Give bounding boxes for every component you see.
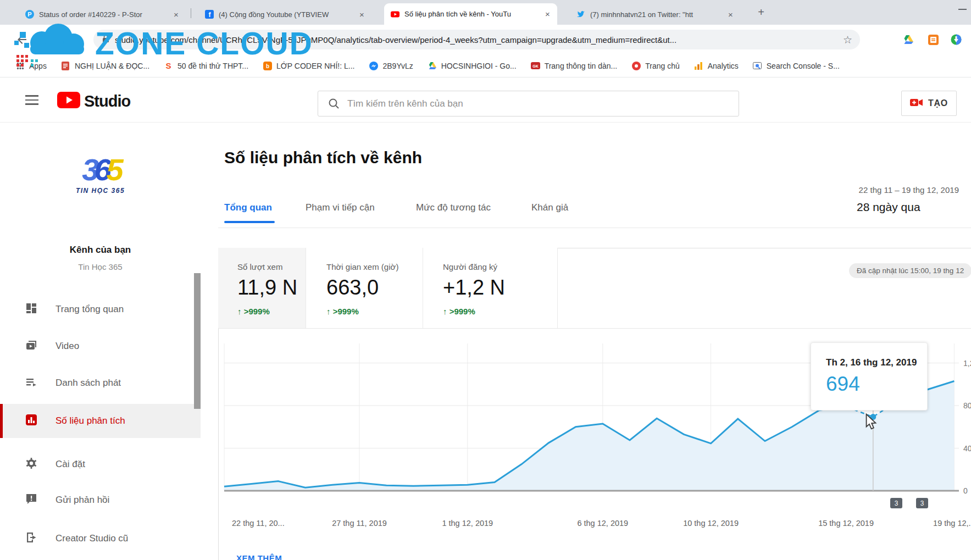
tab-title: (4) Cộng đồng Youtube (YTBVIEW <box>219 10 354 19</box>
metric-header-divider <box>218 328 971 329</box>
pstore-icon: P <box>25 10 34 19</box>
date-range: 22 thg 11 – 19 thg 12, 2019 <box>859 185 959 195</box>
sidebar-item-settings[interactable]: Cài đặt <box>0 449 201 480</box>
video-published-badge[interactable]: 3 <box>916 498 928 508</box>
bookmark-hocsinhgioi[interactable]: HOCSINHGIOI - Go... <box>428 61 517 70</box>
bookmark-label: Trang thông tin dàn... <box>545 62 618 70</box>
browser-toolbar: studio.youtube.com/channel/UCRh7CL5V-NgF… <box>0 25 971 54</box>
svg-text:10 thg 12, 2019: 10 thg 12, 2019 <box>683 519 739 528</box>
metric-value: 663,0 <box>326 276 423 300</box>
svg-text:6 thg 12, 2019: 6 thg 12, 2019 <box>577 519 628 528</box>
create-button[interactable]: TẠO <box>901 91 957 116</box>
tab-audience[interactable]: Khán giả <box>531 202 568 213</box>
back-icon[interactable] <box>15 33 29 46</box>
video-published-badge[interactable]: 3 <box>890 498 902 508</box>
search-input[interactable] <box>347 98 739 109</box>
tab-overview[interactable]: Tổng quan <box>224 202 272 213</box>
bookmark-apps[interactable]: Apps <box>15 61 47 70</box>
sidebar-item-analytics[interactable]: Số liệu phân tích <box>0 404 201 438</box>
search-icon <box>328 98 340 109</box>
close-icon[interactable]: × <box>542 9 553 19</box>
url-bar[interactable]: studio.youtube.com/channel/UCRh7CL5V-NgF… <box>93 30 860 49</box>
metric-watch-time[interactable]: Thời gian xem (giờ) 663,0 ↑ >999% <box>306 248 423 328</box>
bookmarks-bar: Apps NGHỊ LUẬN & ĐỌC... S 50 đề thi thử … <box>0 54 971 77</box>
bookmark-trang-chu[interactable]: Trang chủ <box>631 61 680 70</box>
s-logo-icon: S <box>164 61 173 70</box>
bookmark-label: LỚP CODER NHÍ!: L... <box>276 62 354 70</box>
svg-text:P: P <box>27 11 31 18</box>
tooltip-date: Th 2, 16 thg 12, 2019 <box>826 357 927 368</box>
bookmark-label: Analytics <box>708 62 739 70</box>
avatar-365-logo: 365 <box>0 154 201 186</box>
metric-label: Số lượt xem <box>237 262 306 271</box>
browser-tab-pstore[interactable]: P Status of order #140229 - P-Stor × <box>19 4 186 25</box>
new-tab-button[interactable]: + <box>754 5 768 20</box>
messenger-icon <box>369 61 378 70</box>
sidebar-item-playlists[interactable]: Danh sách phát <box>0 368 201 398</box>
window-minimize-button[interactable] <box>958 9 967 10</box>
metric-value: 11,9 N <box>237 276 306 300</box>
sidebar-item-feedback[interactable]: Gửi phản hồi <box>0 485 201 515</box>
channel-name: Tin Học 365 <box>0 262 201 271</box>
bookmark-50-de-thi[interactable]: S 50 đề thi thử THPT... <box>164 61 248 70</box>
metric-subscribers[interactable]: Người đăng ký +1,2 N ↑ >999% <box>423 248 558 328</box>
close-icon[interactable]: × <box>357 9 367 20</box>
sidebar-item-video[interactable]: Video <box>0 331 201 362</box>
metric-views[interactable]: Số lượt xem 11,9 N ↑ >999% <box>218 248 306 328</box>
updated-chip: Đã cập nhật lúc 15:00, 19 thg 12 <box>849 263 971 278</box>
gear-icon <box>25 457 38 473</box>
close-icon[interactable]: × <box>725 9 736 20</box>
browser-tab-youtube-active[interactable]: Số liệu phân tích về kênh - YouTu × <box>384 3 557 25</box>
page-title: Số liệu phân tích về kênh <box>224 148 422 167</box>
bookmark-star-icon[interactable]: ☆ <box>843 34 852 46</box>
browser-tab-twitter[interactable]: (7) minhnhatvn21 on Twitter: "htt × <box>570 4 740 25</box>
close-icon[interactable]: × <box>171 9 181 20</box>
drive-extension-icon[interactable] <box>901 33 914 46</box>
url-text: studio.youtube.com/channel/UCRh7CL5V-NgF… <box>115 35 843 45</box>
bookmark-analytics[interactable]: Analytics <box>694 61 739 70</box>
bookmark-nghi-luan[interactable]: NGHỊ LUẬN & ĐỌC... <box>61 61 149 70</box>
bookmark-lop-coder[interactable]: b LỚP CODER NHÍ!: L... <box>263 61 354 70</box>
tab-reach[interactable]: Phạm vi tiếp cận <box>306 202 375 213</box>
apps-grid-icon <box>15 61 25 70</box>
period-selector[interactable]: 28 ngày qua <box>857 201 920 214</box>
svg-text:b: b <box>265 63 269 69</box>
tabs-divider <box>218 228 971 228</box>
tab-engagement[interactable]: Mức độ tương tác <box>416 202 491 213</box>
studio-header: Studio TẠO <box>0 77 971 123</box>
channel-label: Kênh của bạn <box>0 245 201 256</box>
menu-icon[interactable] <box>25 95 38 108</box>
bookmark-trang-thong-tin[interactable]: GK Trang thông tin dàn... <box>531 61 618 70</box>
metric-label: Thời gian xem (giờ) <box>326 262 423 271</box>
studio-brand-text: Studio <box>84 92 130 110</box>
facebook-icon: f <box>205 10 214 19</box>
bookmark-search-console[interactable]: Search Console - S... <box>753 61 840 70</box>
metric-delta: ↑ >999% <box>443 307 557 316</box>
svg-text:1,2 N: 1,2 N <box>963 359 971 368</box>
tab-title: Status of order #140229 - P-Stor <box>39 10 169 19</box>
blogger-icon: b <box>263 61 272 70</box>
idm-extension-icon[interactable] <box>950 33 963 46</box>
tab-separator <box>191 8 191 18</box>
sidebar-item-label: Trang tổng quan <box>56 304 124 315</box>
youtube-icon <box>391 10 400 19</box>
channel-search <box>318 91 739 117</box>
lock-icon <box>102 34 109 45</box>
youtube-play-icon <box>57 92 80 110</box>
studio-logo[interactable]: Studio <box>57 92 130 110</box>
sidebar-item-label: Video <box>56 341 79 352</box>
browser-tab-facebook[interactable]: f (4) Cộng đồng Youtube (YTBVIEW × <box>198 4 371 25</box>
bookmark-label: 2B9YvLz <box>382 62 413 70</box>
metric-label: Người đăng ký <box>443 262 557 271</box>
sidebar-scrollbar[interactable] <box>194 273 201 409</box>
active-tab-underline <box>224 221 275 223</box>
bookmark-messenger[interactable]: 2B9YvLz <box>369 61 413 70</box>
svg-text:800: 800 <box>963 401 971 410</box>
see-more-link[interactable]: XEM THÊM <box>236 553 282 560</box>
sidebar-item-creator-studio-classic[interactable]: Creator Studio cũ <box>0 523 201 554</box>
forward-icon[interactable] <box>36 33 49 46</box>
notes-extension-icon[interactable] <box>926 33 940 46</box>
analytics-icon <box>25 413 38 429</box>
sidebar-item-dashboard[interactable]: Trang tổng quan <box>0 294 201 325</box>
channel-avatar[interactable]: 365 TIN HỌC 365 <box>0 154 201 195</box>
